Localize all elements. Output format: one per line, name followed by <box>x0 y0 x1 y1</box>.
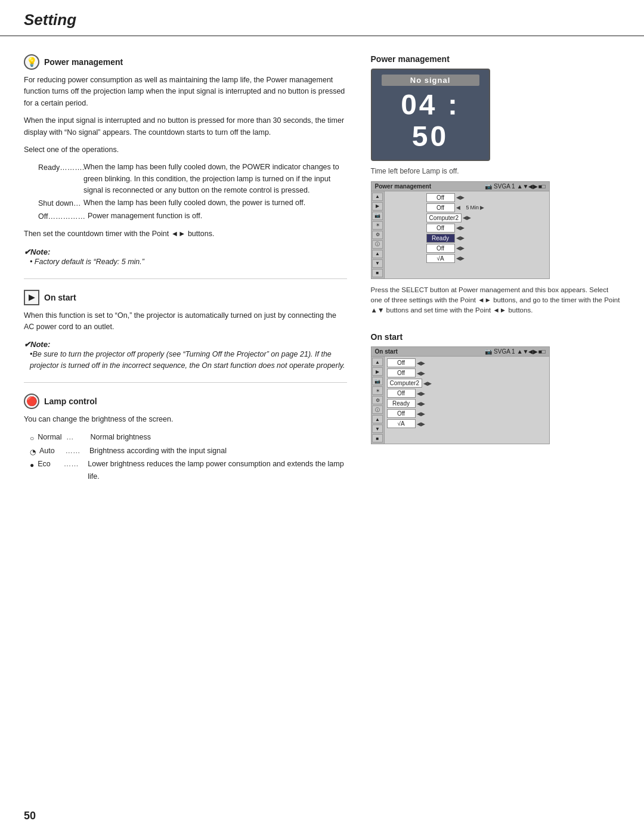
on-start-panel-signal-icon: 📷 <box>485 348 492 355</box>
pm-ui-panel: Power management 📷 SVGA 1 ▲▼◀▶■□ ▲ ▶ 📷 ☀… <box>371 181 550 279</box>
pm-row-6: Off ◀▶ <box>387 244 547 253</box>
power-management-note: ✔Note: • Factory default is “Ready: 5 mi… <box>24 247 347 268</box>
pm-row7-value: √A <box>426 254 455 263</box>
indent-def-shutdown: When the lamp has been fully cooled down… <box>83 197 305 209</box>
power-management-indent: Ready………. When the lamp has been fully c… <box>38 162 347 222</box>
on-start-sidebar-btn-6[interactable]: ⓘ <box>372 405 383 414</box>
indent-term-off: Off…………… <box>38 210 85 222</box>
page-title: Setting <box>24 11 76 29</box>
os-row2-arrow: ◀▶ <box>417 370 425 376</box>
indent-def-ready: When the lamp has been fully cooled down… <box>83 162 347 196</box>
pm-sidebar-btn-1[interactable]: ▲ <box>372 193 383 201</box>
pm-panel-header-left: Power management <box>375 183 431 190</box>
lamp-dots-eco: …… <box>61 458 85 484</box>
os-row5-arrow: ◀▶ <box>417 401 425 407</box>
lamp-label-auto: Auto <box>39 445 61 457</box>
pm-sidebar-btn-9[interactable]: ■ <box>372 269 383 277</box>
power-management-body4: Then set the countdown timer with the Po… <box>24 228 347 240</box>
page-number: 50 <box>24 810 36 822</box>
lamp-control-body1: You can change the brightness of the scr… <box>24 414 347 425</box>
os-row-2: Off ◀▶ <box>387 368 547 377</box>
on-start-panel-icons: ▲▼◀▶■□ <box>517 348 546 355</box>
lamp-control-icon: 🔴 <box>24 394 39 409</box>
power-management-body3: Select one of the operations. <box>24 144 347 156</box>
pm-panel-main: Off ◀▶ Off ◀ 5 Min ▶ <box>385 191 549 278</box>
pm-row4-arrow: ◀▶ <box>456 225 465 231</box>
pm-row2-arrow2: ▶ <box>480 205 484 210</box>
on-start-panel-header-right: 📷 SVGA 1 ▲▼◀▶■□ <box>485 348 545 355</box>
os-row7-arrow: ◀▶ <box>417 421 425 427</box>
pm-row1-arrow: ◀▶ <box>456 194 465 200</box>
pm-timer: 04 : 50 <box>382 89 479 153</box>
page-header: Setting <box>0 0 644 36</box>
pm-panel-svga: SVGA 1 <box>494 183 515 190</box>
pm-row6-arrow: ◀▶ <box>456 245 465 251</box>
os-row-5: Ready ◀▶ <box>387 399 547 408</box>
on-start-sidebar-btn-8[interactable]: ▼ <box>372 425 383 433</box>
os-row7-value: √A <box>387 419 416 428</box>
pm-panel-desc: Press the SELECT button at Power managem… <box>371 285 620 316</box>
on-start-sidebar-btn-4[interactable]: ☀ <box>372 386 383 395</box>
pm-row5-value: Ready <box>426 234 455 243</box>
left-column: 💡 Power management For reducing power co… <box>24 54 347 483</box>
os-row-6: Off ◀▶ <box>387 409 547 418</box>
lamp-desc-auto: Brightness according with the input sign… <box>89 445 227 457</box>
os-row3-value: Computer2 <box>387 379 422 388</box>
power-management-body1: For reducing power consumption as well a… <box>24 75 347 109</box>
os-row-4: Off ◀▶ <box>387 389 547 398</box>
os-row1-value: Off <box>387 358 416 367</box>
pm-row2-value: Off <box>426 203 455 212</box>
pm-sidebar-btn-6[interactable]: ⓘ <box>372 240 383 249</box>
lamp-text-auto: Auto …… Brightness according with the in… <box>39 445 227 457</box>
lamp-bullet-auto: ◔ <box>30 446 36 458</box>
pm-sidebar-btn-4[interactable]: ☀ <box>372 221 383 230</box>
pm-sidebar-btn-7[interactable]: ▲ <box>372 250 383 258</box>
lamp-list-item-normal: ○ Normal … Normal brightness <box>30 431 347 444</box>
pm-panel-sidebar: ▲ ▶ 📷 ☀ ⚙ ⓘ ▲ ▼ ■ <box>371 191 385 278</box>
indent-row-ready: Ready………. When the lamp has been fully c… <box>38 162 347 196</box>
indent-row-shutdown: Shut down… When the lamp has been fully … <box>38 197 347 209</box>
lamp-bullet-eco: ● <box>30 459 34 471</box>
pm-row-7: √A ◀▶ <box>387 254 547 263</box>
on-start-sidebar-btn-9[interactable]: ■ <box>372 434 383 442</box>
os-row-1: Off ◀▶ <box>387 358 547 367</box>
indent-row-off: Off…………… Power management function is of… <box>38 210 347 222</box>
on-start-sidebar-btn-3[interactable]: 📷 <box>372 377 383 385</box>
os-row2-value: Off <box>387 368 416 377</box>
on-start-panel-header-left: On start <box>375 348 398 355</box>
pm-sidebar-btn-2[interactable]: ▶ <box>372 202 383 210</box>
pm-timer-unit: Min <box>470 205 479 210</box>
on-start-note-title: ✔Note: <box>24 340 347 349</box>
lamp-control-title: Lamp control <box>44 397 97 406</box>
pm-panel-body: ▲ ▶ 📷 ☀ ⚙ ⓘ ▲ ▼ ■ Off <box>371 191 549 278</box>
right-pm-heading: Power management <box>371 54 620 64</box>
pm-panel-header-right: 📷 SVGA 1 ▲▼◀▶■□ <box>485 183 545 190</box>
right-on-start-heading: On start <box>371 332 620 342</box>
on-start-ui-panel: On start 📷 SVGA 1 ▲▼◀▶■□ ▲ ▶ 📷 ☀ ⚙ ⓘ <box>371 346 550 444</box>
on-start-sidebar-btn-2[interactable]: ▶ <box>372 367 383 376</box>
on-start-sidebar-btn-7[interactable]: ▲ <box>372 415 383 423</box>
pm-sidebar-btn-5[interactable]: ⚙ <box>372 231 383 239</box>
pm-row1-value: Off <box>426 193 455 202</box>
pm-sidebar-btn-8[interactable]: ▼ <box>372 259 383 268</box>
pm-panel-header: Power management 📷 SVGA 1 ▲▼◀▶■□ <box>371 182 549 191</box>
indent-term-shutdown: Shut down… <box>38 197 81 209</box>
on-start-sidebar-btn-1[interactable]: ▲ <box>372 358 383 366</box>
right-column: Power management No signal 04 : 50 Time … <box>371 54 620 483</box>
power-management-icon: 💡 <box>24 54 39 70</box>
os-row6-arrow: ◀▶ <box>417 411 425 417</box>
os-row1-arrow: ◀▶ <box>417 360 425 366</box>
lamp-bullet-normal: ○ <box>30 432 34 444</box>
pm-sidebar-btn-3[interactable]: 📷 <box>372 212 383 220</box>
lamp-dots-normal: … <box>64 431 88 444</box>
pm-row3-arrow: ◀▶ <box>463 215 471 221</box>
pm-panel-signal-icon: 📷 <box>485 183 492 190</box>
on-start-panel-main: Off ◀▶ Off ◀▶ Computer2 ◀▶ Off <box>385 357 549 444</box>
power-management-heading: 💡 Power management <box>24 54 347 70</box>
os-row5-value: Ready <box>387 399 416 408</box>
right-pm-section: Power management No signal 04 : 50 Time … <box>371 54 620 315</box>
pm-row-3: Computer2 ◀▶ <box>387 213 547 222</box>
on-start-sidebar-btn-5[interactable]: ⚙ <box>372 396 383 404</box>
lamp-label-normal: Normal <box>38 431 61 444</box>
os-row-7: √A ◀▶ <box>387 419 547 428</box>
